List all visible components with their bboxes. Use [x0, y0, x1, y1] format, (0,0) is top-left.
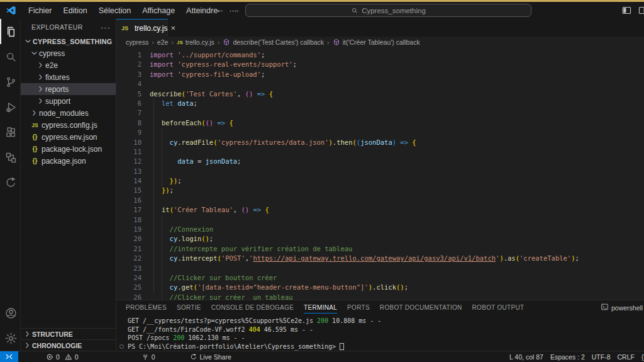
panel-tab-console-de-d-bogage[interactable]: CONSOLE DE DÉBOGAGE	[211, 302, 294, 314]
status-right-0[interactable]: L 40, col 87	[509, 353, 543, 361]
tree-item-cypress_something[interactable]: CYPRESS_SOMETHING	[21, 35, 116, 47]
line-number: 12	[116, 157, 142, 166]
line-number: 23	[116, 264, 142, 273]
panel-tab-robot-output[interactable]: ROBOT OUTPUT	[472, 302, 525, 314]
code-line-text: it('Créer Tableau', () => {	[142, 205, 269, 215]
tree-item-fixtures[interactable]: fixtures	[21, 71, 116, 83]
panel-tab-robot-documentation[interactable]: ROBOT DOCUMENTATION	[380, 302, 462, 314]
menu-item-affichage[interactable]: Affichage	[136, 4, 180, 17]
activity-item-extensions[interactable]	[0, 120, 20, 145]
chevron-right-icon	[36, 73, 45, 81]
chevron-right-icon	[23, 330, 32, 338]
sidebar-section-structure[interactable]: STRUCTURE	[21, 328, 116, 339]
terminal-line: GET /__cypress/tests?p=cypress%5Csupport…	[128, 317, 644, 325]
activity-item-live-share[interactable]	[0, 170, 20, 195]
tree-item-package.json[interactable]: {}package.json	[21, 155, 116, 167]
explorer-sidebar: EXPLORATEUR ··· CYPRESS_SOMETHINGcypress…	[21, 19, 116, 351]
panel-tab-terminal[interactable]: TERMINAL	[304, 302, 337, 314]
menu-item-slection[interactable]: Sélection	[93, 4, 136, 17]
tab-trello-cy-js[interactable]: JS trello.cy.js ×	[116, 19, 168, 37]
code-line: 15 });	[116, 186, 644, 195]
code-line-text: import 'cypress-real-events/support';	[142, 60, 297, 69]
status-right-2[interactable]: UTF-8	[592, 353, 611, 361]
nav-back-icon[interactable]: ←	[216, 4, 225, 14]
breadcrumb-item[interactable]: JStrello.cy.js	[177, 38, 214, 46]
status-remote[interactable]	[0, 351, 18, 362]
menu-item-fichier[interactable]: Fichier	[23, 4, 58, 17]
layout-controls	[621, 5, 644, 16]
code-line-text	[142, 79, 150, 89]
panel-tab-sortie[interactable]: SORTIE	[177, 302, 201, 314]
tree-item-label: CYPRESS_SOMETHING	[33, 38, 112, 45]
status-ports[interactable]: 0	[142, 353, 155, 361]
terminal-shell-entry[interactable]: powershell	[601, 303, 644, 312]
chevron-right-icon	[30, 109, 39, 117]
code-line: 11	[116, 147, 644, 157]
activity-item-account[interactable]	[0, 300, 20, 325]
activity-item-explorer[interactable]	[0, 19, 20, 44]
file-tree: CYPRESS_SOMETHINGcypresse2efixturesrepor…	[21, 35, 116, 167]
line-number: 9	[116, 128, 142, 137]
status-right-4[interactable]: {}	[641, 353, 644, 361]
tree-item-cypress.env.json[interactable]: {}cypress.env.json	[21, 131, 116, 143]
code-line: 10 cy.readFile('cypress/fixtures/data.js…	[116, 138, 644, 147]
indent-guide	[162, 128, 162, 186]
breadcrumb-item[interactable]: describe('Test Cartes') callback	[223, 38, 324, 46]
sidebar-section-chronologie[interactable]: CHRONOLOGIE	[21, 339, 116, 351]
breadcrumb-separator-icon: ›	[327, 38, 330, 46]
chevron-right-icon	[36, 97, 45, 105]
status-errors[interactable]: 0	[46, 353, 60, 361]
tab-close-icon[interactable]: ×	[170, 23, 175, 33]
code-editor[interactable]: 1import '../support/commands';2import 'c…	[116, 48, 644, 300]
activity-item-settings[interactable]	[0, 325, 20, 351]
code-line: 14 });	[116, 176, 644, 186]
code-line-text	[142, 108, 150, 118]
toggle-sidebar-icon[interactable]	[621, 5, 632, 16]
nav-forward-icon[interactable]: →	[231, 4, 240, 14]
vscode-logo-icon	[6, 5, 16, 16]
activity-item-source-control[interactable]	[0, 69, 20, 94]
sidebar-more-actions-icon[interactable]: ···	[101, 23, 111, 32]
code-line: 16	[116, 196, 644, 205]
status-live-share[interactable]: Live Share	[190, 353, 231, 361]
toggle-secondary-sidebar-icon[interactable]	[638, 5, 644, 16]
code-line: 8 beforeEach(() => {	[116, 118, 644, 128]
line-number: 26	[116, 293, 142, 300]
activity-item-run-debug[interactable]	[0, 94, 20, 120]
code-line-text	[142, 147, 150, 157]
activity-item-remote-explorer[interactable]	[0, 145, 20, 170]
tree-item-package-lock.json[interactable]: {}package-lock.json	[21, 143, 116, 155]
activity-item-search[interactable]	[0, 44, 20, 69]
tree-item-e2e[interactable]: e2e	[21, 59, 116, 71]
code-line-text: let data;	[142, 99, 197, 108]
js-file-icon: JS	[120, 25, 130, 31]
panel-tab-probl-mes[interactable]: PROBLÈMES	[126, 302, 167, 314]
breadcrumb-item[interactable]: cypress	[126, 38, 148, 46]
breadcrumb-separator-icon: ›	[171, 38, 174, 46]
terminal-line: POST /spocs 200 1062.130 ms - -	[128, 334, 644, 342]
tree-item-label: cypress	[39, 49, 65, 58]
tree-item-cypress[interactable]: cypress	[21, 47, 116, 59]
code-line-text: cy.login();	[142, 234, 213, 244]
status-right-1[interactable]: Espaces : 2	[550, 353, 585, 361]
terminal-output[interactable]: GET /__cypress/tests?p=cypress%5Csupport…	[116, 315, 644, 351]
status-right-3[interactable]: CRLF	[618, 353, 635, 361]
command-center-search[interactable]: Cypress_something	[245, 4, 531, 17]
tree-item-node_modules[interactable]: node_modules	[21, 107, 116, 119]
tree-item-cypress.config.js[interactable]: JScypress.config.js	[21, 119, 116, 131]
command-decoration-icon[interactable]	[119, 344, 124, 349]
terminal-line: GET /__/fonts/FiraCode-VF.woff2 404 46.5…	[128, 325, 644, 334]
breadcrumb-item[interactable]: e2e	[157, 38, 169, 46]
menu-item-edition[interactable]: Edition	[58, 4, 93, 17]
code-line: 17 it('Créer Tableau', () => {	[116, 205, 644, 215]
panel-tab-ports[interactable]: PORTS	[347, 302, 370, 314]
code-line: 18	[116, 215, 644, 225]
tree-item-support[interactable]: support	[21, 95, 116, 107]
code-line-text: //Connexion	[142, 225, 213, 234]
tree-item-reports[interactable]: reports	[21, 83, 116, 95]
bottom-panel: PROBLÈMESSORTIECONSOLE DE DÉBOGAGETERMIN…	[116, 300, 644, 351]
code-line: 9	[116, 128, 644, 137]
status-warnings[interactable]: 0	[65, 353, 79, 361]
code-line-text: beforeEach(() => {	[142, 118, 233, 128]
breadcrumb-item[interactable]: it('Créer Tableau') callback	[333, 38, 420, 46]
